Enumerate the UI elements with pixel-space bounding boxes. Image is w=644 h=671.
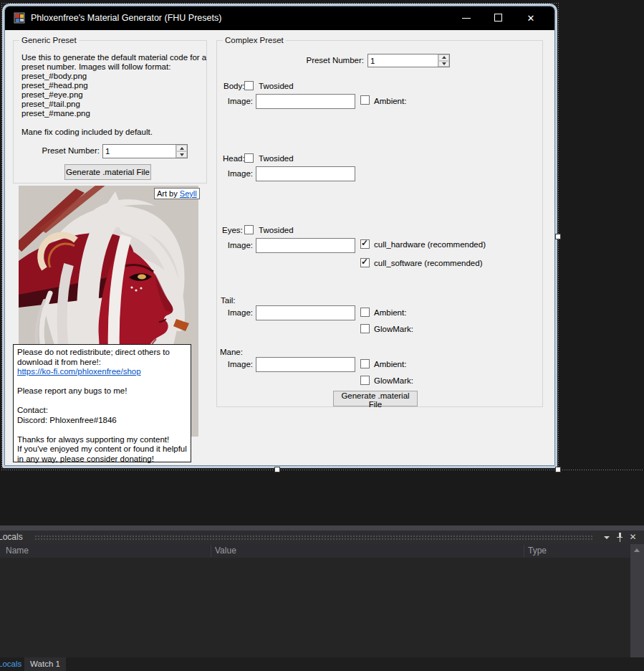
tail-image-label: Image: (224, 308, 253, 317)
tail-ambient-label: Ambient: (374, 308, 406, 317)
body-twosided-checkbox[interactable] (244, 81, 254, 90)
generic-description: Use this to generate the default materia… (21, 53, 206, 137)
column-header-type[interactable]: Type (528, 546, 547, 556)
notice-line: If you've enjoyed my content or found it… (17, 444, 187, 455)
complex-generate-button[interactable]: Generate .material File (333, 391, 418, 406)
titlebar-grip-texture (34, 535, 594, 541)
head-image-input[interactable] (256, 166, 355, 181)
head-twosided-label: Twosided (259, 154, 294, 163)
generic-preset-number-stepper[interactable] (102, 144, 188, 158)
complex-preset-number-input[interactable] (368, 54, 438, 67)
generic-preset-up-button[interactable] (176, 145, 187, 151)
notice-line: download it from here!: (17, 358, 187, 368)
tail-image-input[interactable] (256, 305, 355, 320)
tail-ambient-checkbox[interactable] (360, 308, 370, 317)
tail-glowmark-checkbox[interactable] (360, 324, 370, 333)
eyes-image-label: Image: (224, 241, 253, 249)
eyes-twosided-checkbox[interactable] (244, 225, 254, 234)
debug-panel-tabstrip: Locals Watch 1 (0, 657, 644, 671)
locals-grid-header[interactable]: Name Value Type (0, 544, 644, 558)
mane-glowmark-checkbox[interactable] (360, 376, 370, 385)
cull-hardware-label: cull_hardware (recommended) (374, 240, 486, 249)
close-icon: ✕ (527, 13, 535, 24)
body-image-input[interactable] (256, 94, 355, 109)
complex-preset-number-stepper[interactable] (367, 54, 450, 67)
mane-ambient-label: Ambient: (374, 360, 406, 368)
notice-box: Please do not redistribute; direct other… (13, 344, 191, 462)
art-credit-link[interactable]: Seyll (180, 189, 197, 198)
visual-studio-workspace: Phloxenfree's Material Generator (FHU Pr… (0, 0, 644, 671)
maximize-button[interactable] (486, 6, 511, 30)
head-image-label: Image: (224, 169, 253, 178)
body-image-label: Image: (224, 97, 253, 105)
generic-preset-number-input[interactable] (103, 145, 176, 158)
head-twosided-checkbox[interactable] (244, 153, 254, 163)
notice-line: Thanks for always supporting my content! (17, 435, 187, 445)
locals-scrollbar[interactable] (630, 544, 644, 657)
check-icon: ✓ (361, 257, 368, 267)
notice-line: Contact: (17, 406, 187, 416)
notice-spacer (17, 377, 187, 387)
column-separator[interactable] (524, 545, 524, 557)
kofi-link[interactable]: https://ko-fi.com/phloxenfree/shop (17, 367, 141, 376)
notice-spacer (17, 396, 187, 406)
generic-generate-button[interactable]: Generate .material File (64, 164, 151, 180)
column-separator[interactable] (211, 545, 211, 557)
down-arrow-icon (180, 153, 184, 156)
selection-border-left (1, 3, 2, 470)
body-label: Body: (224, 82, 244, 90)
cull-hardware-checkbox[interactable]: ✓ (360, 239, 370, 249)
window-position-menu-button[interactable] (600, 531, 612, 543)
body-ambient-checkbox[interactable] (360, 95, 370, 105)
tail-glowmark-label: GlowMark: (374, 325, 413, 333)
tab-locals[interactable]: Locals (0, 657, 24, 671)
eyes-label: Eyes: (222, 226, 243, 234)
selection-border-top (1, 3, 559, 4)
column-header-name[interactable]: Name (6, 546, 29, 556)
generic-preset-number-label: Preset Number: (28, 146, 100, 155)
locals-grid-body (0, 558, 630, 657)
body-twosided-label: Twosided (259, 82, 294, 90)
eyes-twosided-label: Twosided (259, 226, 294, 234)
close-icon: ✕ (629, 532, 636, 542)
notice-line: in any way, please consider donating! (17, 455, 187, 465)
mane-image-input[interactable] (256, 357, 355, 372)
locals-panel-title: Locals (0, 532, 23, 542)
cull-software-checkbox[interactable]: ✓ (360, 258, 370, 267)
generic-preset-down-button[interactable] (176, 151, 187, 158)
mane-ambient-checkbox[interactable] (360, 359, 370, 368)
generic-preset-group-title: Generic Preset (19, 36, 79, 44)
notice-line: Discord: Phloxenfree#1846 (17, 416, 187, 426)
resize-handle-right[interactable] (555, 234, 561, 239)
chevron-down-icon (604, 536, 610, 539)
minimize-icon (462, 18, 471, 19)
resize-handle-bottom-right[interactable] (555, 467, 561, 472)
window-titlebar[interactable]: Phloxenfree's Material Generator (FHU Pr… (5, 6, 554, 30)
eyes-image-input[interactable] (256, 238, 355, 253)
locals-close-button[interactable]: ✕ (627, 531, 639, 543)
complex-preset-down-button[interactable] (438, 61, 449, 67)
column-header-value[interactable]: Value (215, 546, 236, 556)
mane-glowmark-label: GlowMark: (374, 376, 413, 385)
mane-label: Mane: (220, 348, 243, 356)
app-icon (14, 12, 25, 24)
complex-preset-up-button[interactable] (438, 54, 449, 61)
generic-preset-group: Generic Preset Use this to generate the … (13, 40, 207, 184)
complex-preset-number-label: Preset Number: (278, 56, 364, 65)
maximize-icon (494, 14, 502, 22)
resize-handle-bottom[interactable] (274, 467, 280, 472)
auto-hide-pin-button[interactable] (614, 530, 626, 543)
tab-watch-1[interactable]: Watch 1 (24, 657, 66, 671)
locals-panel-titlebar[interactable]: Locals ✕ (0, 530, 644, 544)
pin-icon (616, 533, 624, 542)
down-arrow-icon (442, 62, 446, 65)
close-button[interactable]: ✕ (519, 6, 543, 30)
panel-splitter[interactable] (0, 525, 644, 530)
notice-line: Please report any bugs to me! (17, 386, 187, 396)
head-label: Head: (223, 154, 245, 163)
scroll-up-icon (634, 548, 640, 552)
notice-spacer (17, 425, 187, 435)
selection-border-bottom (1, 470, 644, 470)
notice-line: Please do not redistribute; direct other… (17, 348, 187, 358)
minimize-button[interactable] (454, 6, 479, 30)
